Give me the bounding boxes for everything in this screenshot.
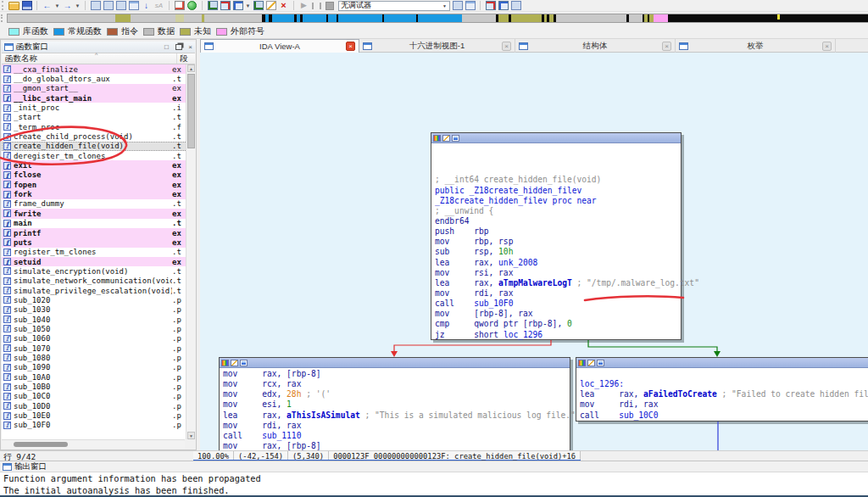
functions-list[interactable]: f__cxa_finalizeexf__do_global_dtors_aux.… <box>2 64 187 439</box>
function-row[interactable]: f__libc_start_mainex <box>2 93 187 103</box>
tab-hex-view[interactable]: 十六进制视图-1× <box>359 39 515 53</box>
function-row[interactable]: fsub_10F0.p <box>2 421 187 430</box>
add-breakpoint-icon[interactable] <box>485 1 496 11</box>
tab-close-icon[interactable]: × <box>822 42 832 51</box>
function-row[interactable]: f_init_proc.i <box>2 103 187 112</box>
function-row[interactable]: fsub_10C0.p <box>2 392 187 401</box>
graph-node-titlebar[interactable] <box>431 133 681 143</box>
function-row[interactable]: f_start.t <box>2 113 187 122</box>
functions-column-headers[interactable]: 函数名称 ^ 段 <box>2 53 195 64</box>
function-row[interactable]: fsimulate_encryption(void).t <box>2 266 187 276</box>
output-window-header[interactable]: 输出窗口 <box>0 461 868 472</box>
navigation-band[interactable] <box>0 12 868 25</box>
functions-horizontal-scrollbar[interactable] <box>2 439 185 449</box>
detach-process-icon[interactable] <box>465 1 476 11</box>
tab-ida-view[interactable]: IDA View-A× <box>200 39 359 53</box>
function-row[interactable]: fderegister_tm_clones.t <box>2 151 187 160</box>
function-row[interactable]: fsub_1090.p <box>2 363 187 372</box>
debugger-select-combo[interactable]: 无调试器 ▼ <box>338 1 450 11</box>
step-dropdown-icon[interactable]: ▼ <box>245 1 251 11</box>
edit-segment-icon[interactable] <box>265 1 276 11</box>
jump-to-function-icon[interactable] <box>115 1 126 11</box>
tab-close-icon[interactable]: × <box>502 42 511 51</box>
function-row[interactable]: ffopenex <box>2 180 187 189</box>
function-row[interactable]: fmain.t <box>2 219 187 228</box>
close-button[interactable]: × <box>186 43 195 52</box>
float-button[interactable] <box>174 43 183 52</box>
nav-forward-icon[interactable]: → <box>62 1 73 11</box>
function-row[interactable]: fsub_1040.p <box>2 315 187 324</box>
node-group-icon[interactable] <box>597 360 604 366</box>
node-color-icon[interactable] <box>578 360 586 366</box>
function-row[interactable]: fexitex <box>2 160 187 170</box>
jump-to-name-icon[interactable] <box>103 1 114 11</box>
open-file-icon[interactable] <box>8 1 19 11</box>
jump-down-icon[interactable]: ↓ <box>141 1 152 11</box>
nav-back-icon[interactable]: ← <box>42 1 53 11</box>
function-row[interactable]: f__do_global_dtors_aux.t <box>2 74 187 83</box>
function-row[interactable]: fsimulate_network_communication(void).t <box>2 276 187 286</box>
functions-vertical-scrollbar[interactable]: ▲ ▼ <box>186 64 195 439</box>
breakpoint-list-icon[interactable] <box>220 1 231 11</box>
debugger-windows-icon[interactable] <box>207 1 218 11</box>
jump-to-segment-icon[interactable] <box>128 1 139 11</box>
graph-node-main[interactable]: ; __int64 create_hidden_file(void)public… <box>431 132 682 340</box>
graph-canvas[interactable]: ; __int64 create_hidden_file(void)public… <box>200 53 868 450</box>
toolbar-drag-handle[interactable] <box>2 1 5 10</box>
pause-debugger-icon[interactable] <box>311 1 322 11</box>
run-state-icon[interactable] <box>186 1 198 11</box>
node-group-icon[interactable] <box>452 135 459 142</box>
attach-process-icon[interactable] <box>452 1 463 11</box>
graph-node-left[interactable]: mov rax, [rbp-8]mov rcx, raxmov edx, 28h… <box>219 357 570 450</box>
maximize-button[interactable]: □ <box>162 43 171 52</box>
search-text-icon[interactable]: sA <box>153 1 164 11</box>
graph-node-right[interactable]: loc_1296:lea rax, aFailedToCreate ; "Fai… <box>576 357 868 422</box>
step-over-icon[interactable] <box>232 1 243 11</box>
function-row[interactable]: fsub_1050.p <box>2 324 187 333</box>
function-row[interactable]: fforkex <box>2 189 187 198</box>
flow-chart-icon[interactable] <box>174 1 185 11</box>
start-debugger-icon[interactable]: ▶ <box>298 1 309 11</box>
delete-breakpoint-icon[interactable] <box>510 1 521 11</box>
node-edit-icon[interactable] <box>587 360 595 366</box>
function-row[interactable]: fframe_dummy.t <box>2 199 187 209</box>
function-row[interactable]: fsetuidex <box>2 257 187 266</box>
run-to-cursor-icon[interactable] <box>253 1 264 11</box>
save-icon[interactable] <box>21 1 32 11</box>
node-group-icon[interactable] <box>240 360 248 366</box>
combo-dropdown-icon[interactable]: ▼ <box>441 3 448 9</box>
functions-window-titlebar[interactable]: 函数窗口 □× <box>2 42 195 53</box>
nav-forward-dropdown-icon[interactable]: ▼ <box>75 1 81 11</box>
function-row[interactable]: fsub_1030.p <box>2 305 187 315</box>
jump-to-address-icon[interactable] <box>90 1 101 11</box>
function-row[interactable]: fsub_1060.p <box>2 334 187 343</box>
vertical-scroll-thumb[interactable] <box>187 74 195 148</box>
navband-track[interactable] <box>7 14 868 23</box>
function-row[interactable]: fsub_10A0.p <box>2 372 187 382</box>
graph-node-titlebar[interactable] <box>576 358 868 368</box>
scroll-down-icon[interactable]: ▼ <box>187 432 195 439</box>
function-row[interactable]: fsub_1070.p <box>2 343 187 353</box>
tab-enums[interactable]: 枚举× <box>676 39 836 53</box>
cancel-analysis-icon[interactable]: × <box>278 1 289 11</box>
function-row[interactable]: ffwriteex <box>2 209 187 218</box>
function-row[interactable]: ffcloseex <box>2 170 187 180</box>
column-header-name[interactable]: 函数名称 ^ <box>2 53 176 64</box>
function-row[interactable]: fcreate_hidden_file(void).t <box>2 142 187 151</box>
function-row[interactable]: fprintfex <box>2 228 187 237</box>
function-row[interactable]: f__gmon_start__ex <box>2 84 187 93</box>
function-row[interactable]: fcreate_child_process(void).t <box>2 131 187 141</box>
function-row[interactable]: f__cxa_finalizeex <box>2 64 187 74</box>
function-row[interactable]: fregister_tm_clones.t <box>2 248 187 257</box>
function-row[interactable]: f_term_proc.f <box>2 122 187 131</box>
function-row[interactable]: fputsex <box>2 237 187 247</box>
navband-drag-handle[interactable] <box>1 14 4 22</box>
horizontal-scroll-thumb[interactable] <box>14 442 68 447</box>
toggle-breakpoint-icon[interactable] <box>498 1 509 11</box>
tab-structures[interactable]: 结构体× <box>515 39 676 53</box>
function-row[interactable]: fsub_1080.p <box>2 353 187 362</box>
node-edit-icon[interactable] <box>442 135 450 142</box>
function-row[interactable]: fsub_10E0.p <box>2 410 187 420</box>
function-row[interactable]: fsimulate_privilege_escalation(void).t <box>2 286 187 295</box>
tab-close-icon[interactable]: × <box>346 42 355 51</box>
